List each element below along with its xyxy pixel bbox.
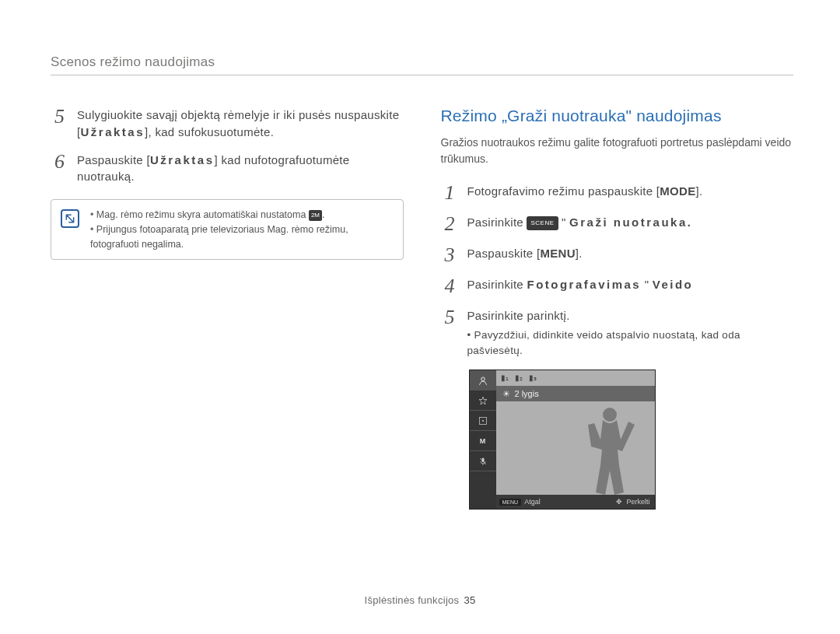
text-fragment: ]. xyxy=(696,184,703,198)
option-label: Graži nuotrauka. xyxy=(569,215,692,229)
step-text: Sulygiuokite savąjį objektą rėmelyje ir … xyxy=(77,107,404,141)
shutter-key-label: Užraktas xyxy=(80,125,145,138)
face-option-icon: ▮₁ xyxy=(501,373,509,383)
step-number: 1 xyxy=(441,183,455,203)
camera-lcd-preview: M ▮₁ ▮₂ ▮₃ ☀ 2 lygis xyxy=(469,370,656,510)
text-fragment: " xyxy=(641,278,653,291)
option-label: Fotografavimas xyxy=(527,278,641,291)
svg-point-2 xyxy=(483,378,484,379)
lcd-level-bar: ☀ 2 lygis xyxy=(496,386,655,401)
text-fragment: Paspauskite [ xyxy=(77,153,150,166)
svg-point-0 xyxy=(481,377,485,381)
step-text: Pasirinkite SCENE " Graži nuotrauka. xyxy=(467,214,693,234)
step-1-right: 1 Fotografavimo režimu paspauskite [MODE… xyxy=(441,183,794,203)
lcd-sidebar-item-m: M xyxy=(470,431,496,451)
text-fragment: " xyxy=(558,215,570,229)
step-5-right: 5 Pasirinkite parinktį. Pavyzdžiui, didi… xyxy=(441,307,794,359)
step-6-left: 6 Paspauskite [Užraktas] kad nufotografu… xyxy=(51,152,404,186)
person-silhouette-icon xyxy=(583,405,638,495)
step-3-right: 3 Paspauskite [MENU]. xyxy=(441,245,794,265)
mode-button-label: MODE xyxy=(660,184,695,198)
lcd-sidebar-item-mic xyxy=(470,451,496,471)
step-number: 2 xyxy=(441,214,455,234)
step-2-right: 2 Pasirinkite SCENE " Graži nuotrauka. xyxy=(441,214,794,234)
lcd-footer-right: ✥ Perkelti xyxy=(616,498,654,506)
page-number: 35 xyxy=(464,594,475,606)
step-text: Fotografavimo režimu paspauskite [MODE]. xyxy=(467,183,703,203)
text-fragment: Paspauskite [ xyxy=(467,247,541,260)
lcd-menu-badge: MENU xyxy=(499,499,522,506)
step-5-left: 5 Sulygiuokite savąjį objektą rėmelyje i… xyxy=(51,107,404,141)
lcd-top-icons: ▮₁ ▮₂ ▮₃ xyxy=(496,370,655,386)
step-number: 4 xyxy=(441,276,455,296)
step-text: Paspauskite [Užraktas] kad nufotografuot… xyxy=(77,152,404,186)
lcd-sidebar: M xyxy=(470,370,496,509)
scene-icon: SCENE xyxy=(527,216,558,230)
shutter-key-label: Užraktas xyxy=(150,153,215,166)
note-item: Prijungus fotoaparatą prie televizoriaus… xyxy=(90,222,392,252)
page-footer: Išplėstinės funkcijos35 xyxy=(0,594,840,606)
lcd-sidebar-item-focus xyxy=(470,411,496,431)
text-fragment: Pasirinkite parinktį. xyxy=(467,309,570,322)
step-text: Paspauskite [MENU]. xyxy=(467,245,583,265)
option-label: Veido xyxy=(653,278,694,291)
step-text: Pasirinkite parinktį. Pavyzdžiui, didink… xyxy=(467,307,794,359)
text-fragment: Pasirinkite xyxy=(467,278,527,291)
text-fragment: ], kad sufokusuotumėte. xyxy=(145,125,274,138)
lcd-main: ▮₁ ▮₂ ▮₃ ☀ 2 lygis xyxy=(496,370,655,509)
text-fragment: Mag. rėmo režimu skyra automatiškai nust… xyxy=(96,209,309,220)
text-fragment: . xyxy=(322,209,324,220)
note-item: Mag. rėmo režimu skyra automatiškai nust… xyxy=(90,208,392,222)
menu-button-label: MENU xyxy=(540,247,575,260)
step-4-right: 4 Pasirinkite Fotografavimas " Veido xyxy=(441,276,794,296)
sub-bullet-item: Pavyzdžiui, didinkite veido atspalvio nu… xyxy=(467,328,794,359)
step-number: 5 xyxy=(51,107,65,141)
note-icon xyxy=(61,209,79,228)
step-number: 5 xyxy=(441,307,455,359)
face-option-icon: ▮₃ xyxy=(529,373,537,383)
lcd-footer: MENU Atgal ✥ Perkelti xyxy=(496,495,655,509)
nav-icon: ✥ xyxy=(616,498,622,506)
text-fragment: ]. xyxy=(576,247,583,260)
step-number: 3 xyxy=(441,245,455,265)
lcd-back-label: Atgal xyxy=(524,498,541,506)
brightness-icon: ☀ xyxy=(502,389,510,399)
resolution-badge: 2M xyxy=(309,210,322,221)
svg-point-4 xyxy=(482,420,484,422)
content-columns: 5 Sulygiuokite savąjį objektą rėmelyje i… xyxy=(51,107,793,510)
level-label: 2 lygis xyxy=(515,389,539,398)
svg-point-7 xyxy=(603,408,617,422)
header-rule xyxy=(51,75,793,75)
svg-point-1 xyxy=(481,378,482,379)
note-box: Mag. rėmo režimu skyra automatiškai nust… xyxy=(51,199,404,260)
step-text: Pasirinkite Fotografavimas " Veido xyxy=(467,276,694,296)
page-header: Scenos režimo naudojimas xyxy=(51,54,793,70)
step-number: 6 xyxy=(51,152,65,186)
lcd-sidebar-item-star xyxy=(470,391,496,411)
right-column: Režimo „Graži nuotrauka" naudojimas Graž… xyxy=(441,107,794,510)
lcd-move-label: Perkelti xyxy=(626,498,649,506)
lcd-sidebar-item-face xyxy=(470,370,496,391)
footer-text: Išplėstinės funkcijos xyxy=(365,594,460,606)
lcd-body xyxy=(496,401,655,495)
face-option-icon: ▮₂ xyxy=(515,373,523,383)
note-list: Mag. rėmo režimu skyra automatiškai nust… xyxy=(90,208,392,251)
section-title: Režimo „Graži nuotrauka" naudojimas xyxy=(441,107,794,125)
sub-bullet-list: Pavyzdžiui, didinkite veido atspalvio nu… xyxy=(467,328,794,359)
left-column: 5 Sulygiuokite savąjį objektą rėmelyje i… xyxy=(51,107,404,510)
text-fragment: Pasirinkite xyxy=(467,215,527,229)
text-fragment: Fotografavimo režimu paspauskite [ xyxy=(467,184,660,198)
section-intro: Gražios nuotraukos režimu galite fotogra… xyxy=(441,135,794,167)
